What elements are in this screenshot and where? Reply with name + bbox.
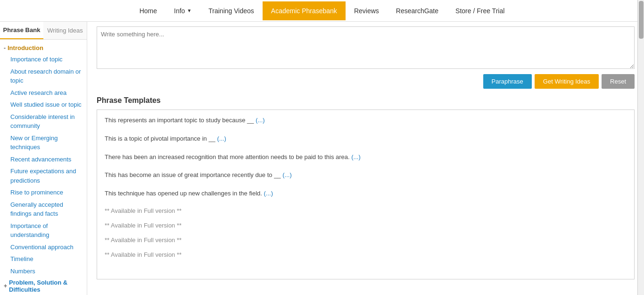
phrase-link-4[interactable]: (...) xyxy=(282,171,292,178)
sidebar-item-future-expectations[interactable]: Future expectations and predictions xyxy=(0,165,87,186)
phrase-templates-title: Phrase Templates xyxy=(97,96,635,105)
phrase-link-2[interactable]: (...) xyxy=(217,135,226,142)
tab-writing-ideas[interactable]: Writing Ideas xyxy=(43,22,87,39)
sidebar-item-importance-understanding[interactable]: Importance of understanding xyxy=(0,220,87,241)
nav-info[interactable]: Info ▼ xyxy=(165,1,200,20)
sidebar-item-considerable-interest[interactable]: Considerable interest in community xyxy=(0,111,87,132)
sidebar-tabs: Phrase Bank Writing Ideas xyxy=(0,22,87,40)
sidebar-content: - Introduction Importance of topic About… xyxy=(0,40,87,295)
phrase-link-1[interactable]: (...) xyxy=(256,117,265,124)
phrase-available-1: ** Available in Full version ** xyxy=(105,207,627,214)
sidebar-item-well-studied[interactable]: Well studied issue or topic xyxy=(0,99,87,111)
write-textarea[interactable] xyxy=(97,26,635,69)
phrase-available-3: ** Available in Full version ** xyxy=(105,236,627,244)
sidebar-item-generally-accepted[interactable]: Generally accepted findings and facts xyxy=(0,199,87,220)
phrase-link-5[interactable]: (...) xyxy=(264,190,273,197)
phrase-item-5: This technique has opened up new challen… xyxy=(105,189,627,199)
get-writing-ideas-button[interactable]: Get Writing Ideas xyxy=(535,74,599,89)
sidebar-item-research-domain[interactable]: About research domain or topic xyxy=(0,66,87,87)
phrase-item-1: This represents an important topic to st… xyxy=(105,116,627,126)
phrase-item-4: This has become an issue of great import… xyxy=(105,170,627,180)
paraphrase-button[interactable]: Paraphrase xyxy=(483,74,532,89)
sidebar-item-emerging-techniques[interactable]: New or Emerging techniques xyxy=(0,132,87,153)
sidebar-section-introduction[interactable]: - Introduction xyxy=(0,42,87,53)
main-container: Phrase Bank Writing Ideas - Introduction… xyxy=(0,22,644,295)
nav-home[interactable]: Home xyxy=(131,1,165,20)
sidebar-item-recent-advancements[interactable]: Recent advancements xyxy=(0,153,87,166)
phrase-item-3: There has been an increased recognition … xyxy=(105,152,627,162)
page-scrollbar[interactable] xyxy=(637,0,644,295)
sidebar-item-numbers[interactable]: Numbers xyxy=(0,265,87,278)
nav-store[interactable]: Store / Free Trial xyxy=(447,1,513,20)
scrollbar-thumb xyxy=(639,1,644,39)
sidebar: Phrase Bank Writing Ideas - Introduction… xyxy=(0,22,87,295)
collapse-icon: - xyxy=(4,45,6,51)
sidebar-item-active-research[interactable]: Active research area xyxy=(0,87,87,99)
sidebar-section-problem[interactable]: + Problem, Solution & Difficulties xyxy=(0,277,87,295)
right-content: Paraphrase Get Writing Ideas Reset Phras… xyxy=(87,22,644,295)
nav-training[interactable]: Training Videos xyxy=(200,1,263,20)
reset-button[interactable]: Reset xyxy=(602,74,635,89)
chevron-down-icon: ▼ xyxy=(187,8,191,13)
phrase-box[interactable]: This represents an important topic to st… xyxy=(97,110,635,279)
nav-phrasebank[interactable]: Academic Phrasebank xyxy=(263,1,346,20)
phrase-item-2: This is a topic of pivotal importance in… xyxy=(105,134,627,144)
action-buttons: Paraphrase Get Writing Ideas Reset xyxy=(97,74,635,89)
navbar: Home Info ▼ Training Videos Academic Phr… xyxy=(0,0,644,22)
expand-icon-problem: + xyxy=(4,283,7,289)
tab-phrase-bank[interactable]: Phrase Bank xyxy=(0,22,43,39)
phrase-available-4: ** Available in Full version ** xyxy=(105,251,627,258)
sidebar-item-rise-prominence[interactable]: Rise to prominence xyxy=(0,186,87,199)
sidebar-item-conventional-approach[interactable]: Conventional approach xyxy=(0,241,87,253)
phrase-link-3[interactable]: (...) xyxy=(351,153,361,160)
nav-reviews[interactable]: Reviews xyxy=(346,1,388,20)
phrase-available-2: ** Available in Full version ** xyxy=(105,222,627,229)
nav-researchgate[interactable]: ResearchGate xyxy=(388,1,447,20)
sidebar-item-timeline[interactable]: Timeline xyxy=(0,253,87,265)
sidebar-item-importance-topic[interactable]: Importance of topic xyxy=(0,53,87,66)
